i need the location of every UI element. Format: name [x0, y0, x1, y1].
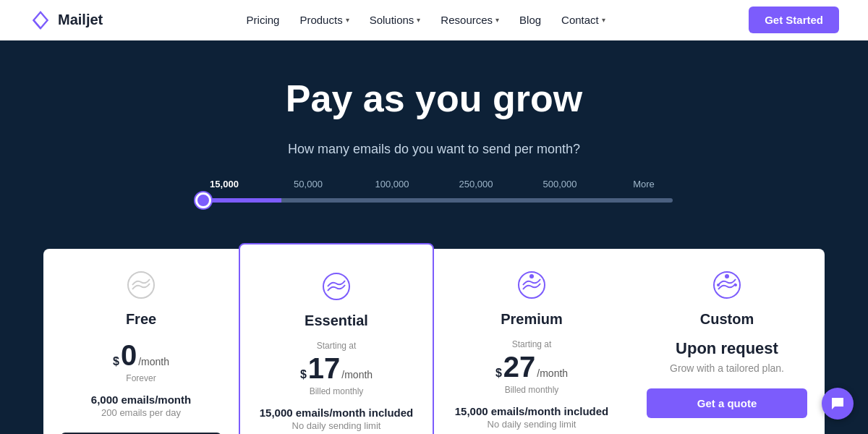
essential-icon [258, 271, 415, 305]
chat-widget-button[interactable] [822, 388, 854, 420]
nav-contact[interactable]: Contact ▾ [561, 14, 605, 26]
plan-price-free: $ 0 /month [61, 339, 221, 372]
feature-sub-premium: No daily sending limit [451, 419, 612, 430]
nav-links: Pricing Products ▾ Solutions ▾ Resources… [247, 14, 605, 26]
feature-main-premium: 15,000 emails/month included [451, 405, 612, 417]
svg-line-1 [33, 20, 41, 28]
plan-card-free: Free $ 0 /month Forever 6,000 emails/mon… [43, 249, 239, 434]
pricing-cards-grid: Free $ 0 /month Forever 6,000 emails/mon… [43, 249, 825, 434]
plan-name-custom: Custom [647, 311, 807, 328]
hero-subheading: How many emails do you want to send per … [29, 142, 839, 157]
nav-blog[interactable]: Blog [519, 14, 541, 26]
upon-sub-custom: Grow with a tailored plan. [647, 362, 807, 374]
hero-section: Pay as you grow How many emails do you w… [0, 41, 868, 249]
custom-icon [647, 269, 807, 304]
plan-name-essential: Essential [258, 312, 415, 329]
price-sub-premium: Billed monthly [451, 385, 612, 395]
feature-main-essential: 15,000 emails/month included [258, 407, 415, 419]
chevron-down-icon: ▾ [346, 16, 349, 24]
chat-icon [830, 396, 845, 411]
svg-point-7 [725, 274, 729, 278]
price-sub-essential: Billed monthly [258, 386, 415, 396]
price-period-free: /month [138, 356, 169, 367]
starting-at-essential: Starting at [258, 341, 415, 351]
premium-icon [451, 269, 612, 304]
slider-label-0: 15,000 [195, 179, 253, 190]
plan-card-essential: Essential Starting at $ 17 /month Billed… [239, 243, 434, 434]
plan-name-premium: Premium [451, 311, 612, 328]
nav-resources[interactable]: Resources ▾ [441, 14, 499, 26]
logo[interactable]: Mailjet [29, 9, 103, 32]
slider-label-2: 100,000 [363, 179, 421, 190]
slider-label-1: 50,000 [279, 179, 337, 190]
chevron-down-icon: ▾ [602, 16, 605, 24]
svg-point-2 [128, 272, 154, 298]
svg-point-5 [529, 274, 534, 278]
nav-get-started-button[interactable]: Get Started [749, 7, 839, 33]
price-dollar-free: $ [113, 355, 119, 368]
plan-card-custom: Custom Upon request Grow with a tailored… [629, 249, 825, 434]
svg-point-3 [323, 273, 349, 299]
price-dollar-essential: $ [300, 368, 307, 381]
feature-sub-essential: No daily sending limit [258, 420, 415, 431]
chevron-down-icon: ▾ [417, 16, 420, 24]
price-sub-free: Forever [61, 373, 221, 383]
plan-name-free: Free [61, 311, 221, 328]
logo-icon [29, 9, 52, 32]
pricing-cards-section: Free $ 0 /month Forever 6,000 emails/mon… [0, 249, 868, 434]
nav-pricing[interactable]: Pricing [247, 14, 280, 26]
plan-price-essential: $ 17 /month [258, 352, 415, 385]
price-amount-free: 0 [121, 339, 137, 372]
nav-products[interactable]: Products ▾ [299, 14, 349, 26]
navigation: Mailjet Pricing Products ▾ Solutions ▾ R… [0, 0, 868, 41]
feature-sub-free: 200 emails per day [61, 407, 221, 418]
feature-main-free: 6,000 emails/month [61, 393, 221, 406]
cta-button-custom[interactable]: Get a quote [647, 388, 807, 418]
slider-label-4: 500,000 [531, 179, 589, 190]
nav-solutions[interactable]: Solutions ▾ [370, 14, 421, 26]
starting-at-premium: Starting at [451, 339, 612, 349]
plan-price-premium: $ 27 /month [451, 351, 612, 383]
free-icon [61, 269, 221, 304]
slider-label-5: More [615, 179, 673, 190]
price-period-essential: /month [341, 369, 373, 380]
price-period-premium: /month [537, 367, 568, 379]
svg-point-9 [734, 284, 737, 286]
plan-card-premium: Premium Starting at $ 27 /month Billed m… [434, 249, 629, 434]
brand-name: Mailjet [58, 12, 103, 28]
hero-headline: Pay as you grow [29, 77, 839, 120]
price-amount-essential: 17 [308, 352, 341, 385]
slider-labels: 15,000 50,000 100,000 250,000 500,000 Mo… [195, 179, 673, 190]
price-dollar-premium: $ [495, 367, 502, 380]
svg-marker-0 [33, 12, 47, 27]
svg-point-8 [717, 284, 720, 286]
upon-request-custom: Upon request [647, 339, 807, 358]
email-volume-slider-wrapper [195, 192, 673, 205]
price-amount-premium: 27 [503, 351, 536, 383]
email-volume-slider[interactable] [195, 198, 673, 203]
chevron-down-icon: ▾ [495, 16, 499, 24]
slider-label-3: 250,000 [447, 179, 505, 190]
